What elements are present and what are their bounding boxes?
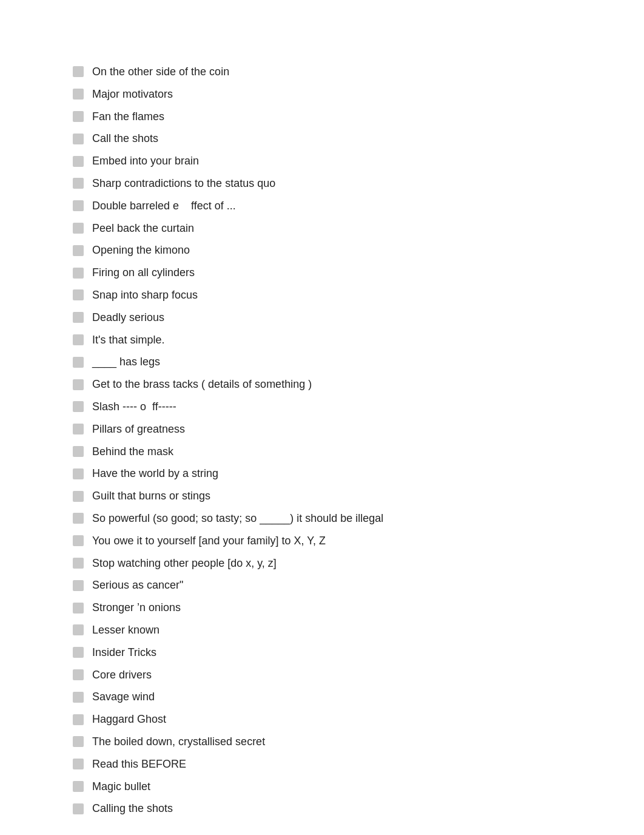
- list-bullet-icon: [73, 223, 84, 234]
- list-bullet-icon: [73, 513, 84, 524]
- list-item: Savage wind: [73, 686, 644, 708]
- list-bullet-icon: [73, 66, 84, 77]
- list-item: Pillars of greatness: [73, 418, 644, 441]
- list-bullet-icon: [73, 178, 84, 189]
- list-item: Slash ---- o ff-----: [73, 396, 644, 418]
- list-item: Firing on all cylinders: [73, 262, 644, 284]
- list-item-text: It's that simple.: [92, 331, 164, 349]
- list-bullet-icon: [73, 692, 84, 703]
- list-bullet-icon: [73, 468, 84, 479]
- list-item-text: Get to the brass tacks ( details of some…: [92, 376, 312, 393]
- list-item: Serious as cancer": [73, 574, 644, 597]
- list-item-text: Embed into your brain: [92, 152, 199, 170]
- list-item: Embed into your brain: [73, 150, 644, 172]
- list-bullet-icon: [73, 134, 84, 144]
- list-item: On the other side of the coin: [73, 61, 644, 83]
- list-item-text: Slash ---- o ff-----: [92, 398, 176, 416]
- list-item-text: Have the world by a string: [92, 465, 218, 482]
- list-bullet-icon: [73, 580, 84, 591]
- list-item: Sharp contradictions to the status quo: [73, 172, 644, 195]
- list-item-text: Behind the mask: [92, 443, 173, 461]
- list-bullet-icon: [73, 357, 84, 368]
- list-item-text: Major motivators: [92, 86, 173, 103]
- list-item-text: So powerful (so good; so tasty; so _____…: [92, 510, 383, 527]
- list-item: So powerful (so good; so tasty; so _____…: [73, 507, 644, 530]
- list-bullet-icon: [73, 312, 84, 323]
- list-bullet-icon: [73, 781, 84, 792]
- list-item: ____ has legs: [73, 351, 644, 373]
- list-bullet-icon: [73, 535, 84, 546]
- list-item: Calling the shots: [73, 797, 644, 820]
- list-bullet-icon: [73, 156, 84, 167]
- list-item-text: Pillars of greatness: [92, 421, 185, 438]
- list-item-text: Core drivers: [92, 666, 152, 684]
- list-item: Stop watching other people [do x, y, z]: [73, 552, 644, 575]
- list-item-text: Read this BEFORE: [92, 756, 186, 773]
- list-bullet-icon: [73, 669, 84, 680]
- list-bullet-icon: [73, 759, 84, 769]
- list-bullet-icon: [73, 401, 84, 412]
- list-item: Insider Tricks: [73, 641, 644, 664]
- list-item-text: On the other side of the coin: [92, 63, 229, 81]
- list-item-text: Insider Tricks: [92, 644, 156, 661]
- list-item: Have the world by a string: [73, 462, 644, 485]
- list-item-text: Calling the shots: [92, 800, 173, 817]
- list-item-text: ____ has legs: [92, 353, 160, 371]
- list-item: Deadly serious: [73, 306, 644, 329]
- list-item-text: Opening the kimono: [92, 242, 190, 259]
- list-bullet-icon: [73, 200, 84, 211]
- list-item-text: Snap into sharp focus: [92, 286, 198, 304]
- list-bullet-icon: [73, 289, 84, 300]
- list-bullet-icon: [73, 736, 84, 747]
- list-bullet-icon: [73, 624, 84, 635]
- list-item-text: You owe it to yourself [and your family]…: [92, 532, 326, 550]
- list-bullet-icon: [73, 647, 84, 658]
- list-item: Major motivators: [73, 83, 644, 106]
- list-item-text: Stop watching other people [do x, y, z]: [92, 555, 277, 572]
- list-item-text: Call the shots: [92, 130, 158, 147]
- list-item-text: Double barreled e ffect of ...: [92, 197, 236, 215]
- list-item: Stronger ’n onions: [73, 597, 644, 619]
- list-item-text: Magic bullet: [92, 778, 150, 796]
- list-bullet-icon: [73, 111, 84, 122]
- list-item: You owe it to yourself [and your family]…: [73, 530, 644, 552]
- list-item-text: The boiled down, crystallised secret: [92, 733, 265, 751]
- list-item: Opening the kimono: [73, 239, 644, 262]
- list-item: It's that simple.: [73, 329, 644, 351]
- list-item-text: Haggard Ghost: [92, 711, 166, 728]
- list-bullet-icon: [73, 268, 84, 279]
- list-item: Read this BEFORE: [73, 753, 644, 776]
- list-bullet-icon: [73, 714, 84, 725]
- list-item: Lesser known: [73, 619, 644, 641]
- list-bullet-icon: [73, 89, 84, 100]
- list-bullet-icon: [73, 424, 84, 434]
- list-item: Get to the brass tacks ( details of some…: [73, 373, 644, 396]
- list-item-text: Lesser known: [92, 621, 159, 639]
- list-item-text: Savage wind: [92, 688, 155, 706]
- list-item: Snap into sharp focus: [73, 284, 644, 306]
- list-bullet-icon: [73, 803, 84, 814]
- list-bullet-icon: [73, 558, 84, 569]
- list-item: Magic bullet: [73, 776, 644, 798]
- list-bullet-icon: [73, 334, 84, 345]
- list-bullet-icon: [73, 379, 84, 390]
- list-item: Call the shots: [73, 127, 644, 150]
- list-bullet-icon: [73, 446, 84, 457]
- list-item: Guilt that burns or stings: [73, 485, 644, 507]
- list-item-text: Sharp contradictions to the status quo: [92, 175, 275, 192]
- list-item: Behind the mask: [73, 441, 644, 463]
- list-item-text: Serious as cancer": [92, 576, 183, 594]
- list-item: The boiled down, crystallised secret: [73, 731, 644, 753]
- list-item: Peel back the curtain: [73, 217, 644, 240]
- list-item-text: Peel back the curtain: [92, 220, 194, 237]
- list-item-text: Stronger ’n onions: [92, 599, 181, 617]
- list-item: Double barreled e ffect of ...: [73, 195, 644, 217]
- list-bullet-icon: [73, 491, 84, 502]
- list-item: Fan the flames: [73, 106, 644, 128]
- list-item-text: Deadly serious: [92, 309, 164, 326]
- list-item: Core drivers: [73, 664, 644, 686]
- list-item: Haggard Ghost: [73, 708, 644, 731]
- list-item-text: Guilt that burns or stings: [92, 487, 210, 505]
- list-bullet-icon: [73, 603, 84, 614]
- list-bullet-icon: [73, 245, 84, 256]
